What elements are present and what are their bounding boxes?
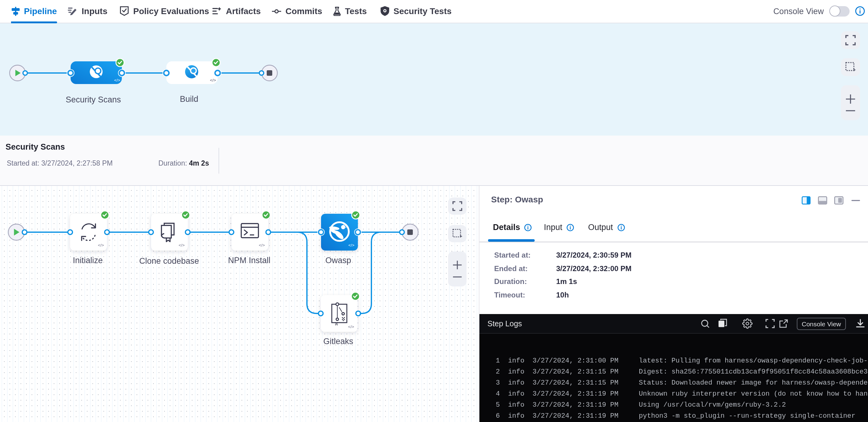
svg-text:</>: </> [348,324,354,329]
svg-text:</>: </> [179,243,185,248]
svg-text:</>: </> [210,78,216,83]
svg-text:</>: </> [114,78,120,83]
svg-text:</>: </> [98,243,104,248]
svg-text:</>: </> [348,243,354,248]
svg-text:</>: </> [259,243,265,248]
